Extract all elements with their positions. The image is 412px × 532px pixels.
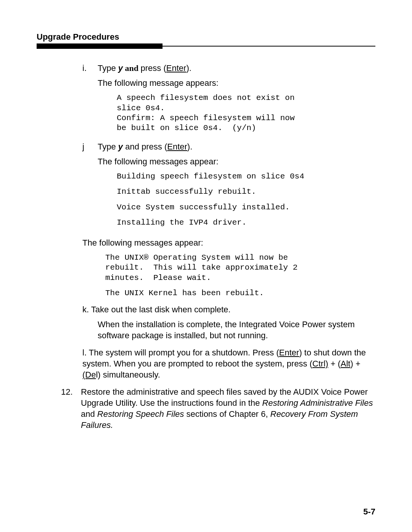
body-content: i. Type y and press (Enter). The followi…: [82, 63, 375, 380]
step-j-post: ).: [187, 142, 192, 151]
step-12-num: 12.: [61, 386, 81, 431]
page-number: 5-7: [363, 507, 375, 517]
ctrl-key: Ctrl): [312, 359, 328, 368]
step-l-mid2: ) +: [350, 359, 360, 368]
step-12: 12. Restore the administrative and speec…: [61, 386, 375, 431]
step-i-msg-intro: The following message appears:: [98, 77, 375, 88]
step-j-mid: and press (: [123, 142, 167, 151]
step-i: i. Type y and press (Enter). The followi…: [82, 63, 375, 139]
step-k-line: k. Take out the last disk when complete.: [82, 304, 375, 315]
step-i-marker: i.: [82, 63, 98, 139]
header-rule: [37, 43, 375, 49]
step-12-text: Restore the administrative and speech fi…: [81, 386, 375, 431]
step-l-plus1: + (: [328, 359, 340, 368]
step-j: j Type y and press (Enter). The followin…: [82, 141, 375, 233]
header-thin-rule: [163, 46, 375, 47]
step-l: l. The system will prompt you for a shut…: [82, 347, 375, 380]
step-k-body: When the installation is complete, the I…: [98, 319, 375, 341]
step-i-press: press (: [141, 63, 166, 73]
step-i-mono: A speech filesystem does not exist on sl…: [117, 93, 375, 133]
step-k: k. Take out the last disk when complete.…: [82, 304, 375, 341]
enter-key: Enter: [279, 348, 299, 357]
step-j-mono-5: The UNIX® Operating System will now be r…: [105, 253, 375, 283]
step-j-mono-4: Installing the IVP4 driver.: [117, 218, 375, 228]
step-j-msg-intro: The following messages appear:: [98, 156, 375, 167]
step-i-and: and: [123, 63, 140, 73]
enter-key: Enter: [166, 63, 187, 73]
step-j-content: Type y and press (Enter). The following …: [98, 141, 375, 233]
step-j-mono-2: Inittab successfully rebuilt.: [117, 187, 375, 197]
step-j-text-pre: Type: [98, 142, 118, 151]
step-j-marker: j: [82, 141, 98, 233]
page: Upgrade Procedures i. Type y and press (…: [0, 0, 412, 532]
header-bar: [37, 43, 163, 49]
step-i-post: ).: [186, 63, 191, 73]
step-l-pre: l. The system will prompt you for a shut…: [82, 348, 279, 357]
section-title: Upgrade Procedures: [37, 32, 375, 42]
step-j-mono-1: Building speech filesystem on slice 0s4: [117, 172, 375, 182]
step-j-key-y: y: [118, 142, 123, 151]
step-12-it2: Restoring Speech Files: [97, 409, 184, 419]
step-i-content: Type y and press (Enter). The following …: [98, 63, 375, 139]
step-i-key-y: y: [118, 63, 123, 73]
step-12-and: and: [81, 409, 97, 419]
step-j-msg-intro-2: The following messages appear:: [82, 237, 375, 248]
step-l-post: l) simultaneously.: [96, 370, 160, 379]
step-12-mid: sections of Chapter 6,: [184, 409, 270, 419]
enter-key: Enter: [167, 142, 187, 151]
step-j-mono-6: The UNIX Kernel has been rebuilt.: [105, 288, 375, 298]
step-12-it1: Restoring Administrative Files: [262, 398, 373, 408]
step-j-mono-3: Voice System successfully installed.: [117, 203, 375, 212]
step-i-text-pre: Type: [98, 63, 118, 73]
del-key: (De: [82, 370, 96, 379]
alt-key: Alt: [341, 359, 351, 368]
